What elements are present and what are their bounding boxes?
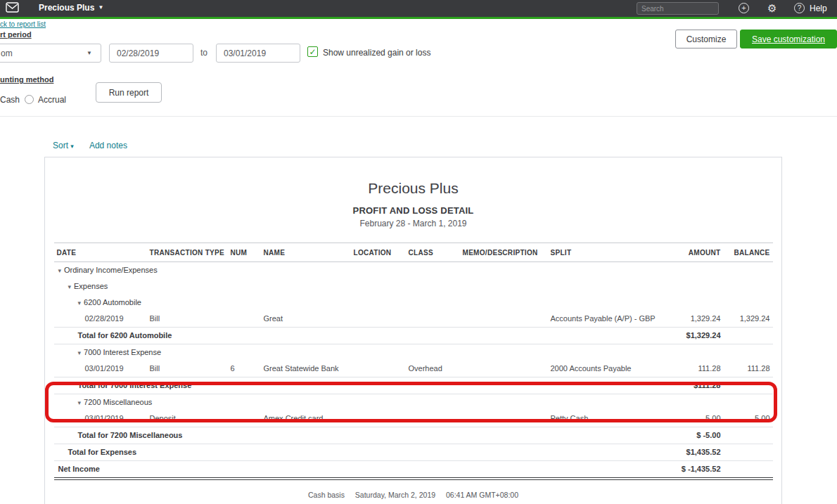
- report-row-total: Total for 7200 Miscellaneous$ -5.00: [54, 427, 773, 444]
- cell-amount: 1,329.24: [671, 311, 724, 328]
- sort-dropdown[interactable]: Sort ▾: [53, 141, 74, 150]
- column-header-name: NAME: [261, 243, 351, 262]
- column-header-balance: BALANCE: [724, 243, 773, 262]
- total-balance: [724, 461, 773, 479]
- column-header-num: NUM: [228, 243, 261, 262]
- report-run-time: 06:41 AM GMT+08:00: [446, 491, 518, 499]
- cell-transaction-type: Deposit: [147, 411, 228, 427]
- report-company-name: Precious Plus: [45, 180, 781, 197]
- section-label: ▾7200 Miscellaneous: [54, 394, 773, 411]
- accrual-radio-label[interactable]: Accrual: [38, 95, 66, 105]
- cell-name: Amex Credit card: [261, 411, 351, 427]
- report-date-range: February 28 - March 1, 2019: [45, 219, 781, 228]
- section-label: ▾6200 Automobile: [54, 295, 773, 311]
- cell-class: Overhead: [406, 361, 460, 377]
- report-row-txn[interactable]: 03/01/2019DepositAmex Credit cardPetty C…: [54, 411, 773, 427]
- section-label: ▾Ordinary Income/Expenses: [54, 262, 773, 279]
- cell-num: 6: [228, 361, 261, 377]
- chevron-down-icon: ▼: [98, 4, 103, 11]
- date-to-input[interactable]: [216, 44, 300, 63]
- total-balance: [724, 427, 773, 444]
- report-row-total: Total for 6200 Automobile$1,329.24: [54, 328, 773, 344]
- report-card: Precious Plus PROFIT AND LOSS DETAIL Feb…: [44, 157, 782, 504]
- section-label: ▾7000 Interest Expense: [54, 344, 773, 361]
- global-search: [637, 2, 719, 15]
- collapse-caret-icon[interactable]: ▾: [78, 399, 82, 406]
- report-footer: Cash basis Saturday, March 2, 2019 06:41…: [45, 491, 781, 499]
- report-row-section[interactable]: ▾Expenses: [54, 278, 773, 295]
- collapse-caret-icon[interactable]: ▾: [78, 299, 82, 306]
- report-title: PROFIT AND LOSS DETAIL: [45, 205, 781, 216]
- cash-basis-label: Cash basis: [308, 491, 345, 499]
- section-label: ▾Expenses: [54, 278, 773, 295]
- report-row-section[interactable]: ▾7000 Interest Expense: [54, 344, 773, 361]
- cell-memo: [460, 311, 548, 328]
- table-header-row: DATETRANSACTION TYPENUMNAMELOCATIONCLASS…: [54, 243, 773, 262]
- cell-location: [351, 411, 406, 427]
- date-from-input[interactable]: [109, 44, 193, 63]
- total-amount: $111.28: [671, 377, 724, 394]
- total-amount: $1,329.24: [671, 328, 724, 344]
- cell-class: [406, 311, 460, 328]
- report-row-txn[interactable]: 03/01/2019Bill6Great Statewide BankOverh…: [54, 361, 773, 377]
- report-row-section[interactable]: ▾7200 Miscellaneous: [54, 394, 773, 411]
- customize-button[interactable]: Customize: [675, 30, 737, 49]
- company-switcher[interactable]: Precious Plus ▼: [39, 3, 103, 13]
- report-period-label: rt period: [0, 30, 32, 39]
- collapse-caret-icon[interactable]: ▾: [58, 267, 62, 274]
- cell-split: 2000 Accounts Payable: [548, 361, 671, 377]
- save-customization-button[interactable]: Save customization: [740, 30, 837, 49]
- column-header-memo-description: MEMO/DESCRIPTION: [460, 243, 548, 262]
- run-report-button[interactable]: Run report: [96, 82, 162, 103]
- total-label: Total for 7000 Interest Expense: [54, 377, 671, 394]
- total-label: Total for 7200 Miscellaneous: [54, 427, 671, 444]
- column-header-amount: AMOUNT: [671, 243, 724, 262]
- report-row-section[interactable]: ▾6200 Automobile: [54, 295, 773, 311]
- add-notes-link[interactable]: Add notes: [89, 141, 127, 150]
- report-header: Precious Plus PROFIT AND LOSS DETAIL Feb…: [45, 157, 781, 228]
- show-unrealized-checkbox[interactable]: ✓: [307, 46, 318, 57]
- cash-radio-label[interactable]: Cash: [0, 95, 20, 105]
- gear-icon[interactable]: ⚙: [767, 2, 777, 15]
- back-to-report-list-link[interactable]: ck to report list: [0, 20, 46, 28]
- collapse-caret-icon[interactable]: ▾: [78, 349, 82, 356]
- report-row-grand: Net Income$ -1,435.52: [54, 461, 773, 479]
- cell-memo: [460, 361, 548, 377]
- report-filter-bar: ck to report list rt period om ▼ to ✓ Sh…: [0, 19, 837, 116]
- column-header-date: DATE: [54, 243, 147, 262]
- sort-label: Sort: [53, 141, 68, 150]
- total-balance: [724, 328, 773, 344]
- top-navigation-bar: Precious Plus ▼ + ⚙ ? Help: [0, 0, 837, 17]
- report-run-date: Saturday, March 2, 2019: [355, 491, 435, 499]
- to-label: to: [200, 48, 207, 58]
- column-header-transaction-type: TRANSACTION TYPE: [147, 243, 228, 262]
- report-toolbar: Sort ▾ Add notes: [53, 141, 127, 150]
- help-icon[interactable]: ?: [794, 3, 805, 13]
- report-period-value: om: [1, 49, 13, 58]
- report-row-section[interactable]: ▾Ordinary Income/Expenses: [54, 262, 773, 279]
- search-input[interactable]: [637, 3, 719, 14]
- total-amount: $1,435.52: [671, 444, 724, 461]
- company-name: Precious Plus: [39, 3, 94, 13]
- inbox-envelope-icon[interactable]: [6, 2, 19, 13]
- column-header-class: CLASS: [406, 243, 460, 262]
- total-label: Net Income: [54, 461, 671, 479]
- cell-name: Great: [261, 311, 351, 328]
- cell-location: [351, 361, 406, 377]
- total-label: Total for Expenses: [54, 444, 671, 461]
- create-plus-icon[interactable]: +: [739, 3, 749, 13]
- help-label[interactable]: Help: [810, 4, 827, 13]
- cell-transaction-type: Bill: [147, 311, 228, 328]
- cell-memo: [460, 411, 548, 427]
- total-balance: [724, 444, 773, 461]
- accrual-radio[interactable]: [25, 95, 34, 104]
- section-divider: [0, 116, 837, 117]
- cell-balance: 111.28: [724, 361, 773, 377]
- cell-date: 02/28/2019: [54, 311, 147, 328]
- cell-num: [228, 411, 261, 427]
- report-table-body: ▾Ordinary Income/Expenses▾Expenses▾6200 …: [54, 262, 773, 479]
- collapse-caret-icon[interactable]: ▾: [68, 283, 72, 290]
- report-row-txn[interactable]: 02/28/2019BillGreatAccounts Payable (A/P…: [54, 311, 773, 328]
- report-period-select[interactable]: om ▼: [0, 44, 101, 63]
- chevron-down-icon: ▾: [70, 143, 74, 150]
